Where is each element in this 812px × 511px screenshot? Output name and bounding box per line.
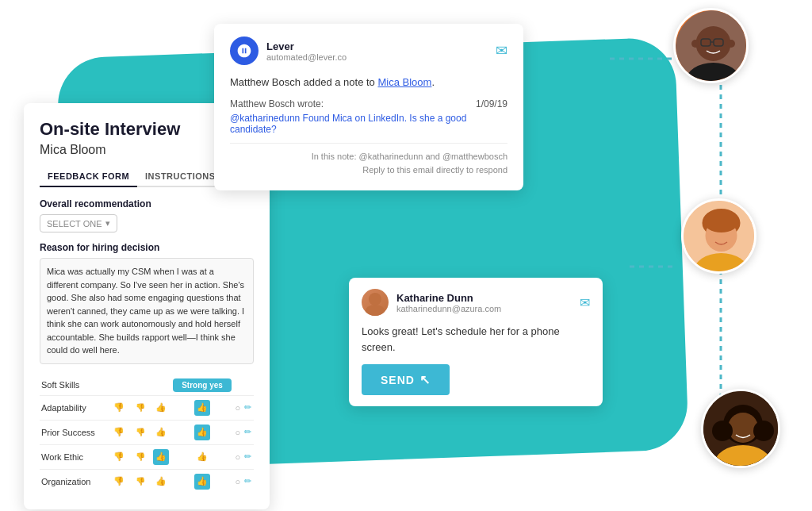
edit-icon[interactable]: ✏ [244, 402, 251, 412]
avatar-woman2 [701, 389, 780, 468]
email-body: Matthew Bosch added a note to Mica Bloom… [230, 75, 508, 90]
svg-point-21 [753, 421, 774, 441]
rating-icon-2[interactable]: 👎 [132, 474, 148, 490]
reply-header: Katharine Dunn katharinedunn@azura.com ✉ [362, 289, 590, 316]
note-line1: In this note: @katharinedunn and @matthe… [230, 150, 508, 164]
reply-sender-info: Katharine Dunn katharinedunn@azura.com [396, 292, 501, 313]
cursor-icon: ↖ [419, 372, 431, 387]
overall-select[interactable]: SELECT ONE ▾ [40, 214, 117, 232]
reply-sender-email: katharinedunn@azura.com [396, 304, 501, 313]
email-sender-addr: automated@lever.co [266, 52, 347, 62]
reply-mail-icon: ✉ [580, 295, 590, 310]
avatar-man [673, 8, 749, 83]
rating-icon-1[interactable]: 👎 [111, 449, 127, 465]
email-wrote-row: Matthew Bosch wrote: 1/09/19 [230, 98, 508, 110]
rating-icon-3[interactable]: 👍 [153, 425, 169, 440]
email-sender-name: Lever [266, 40, 347, 52]
email-mica-link[interactable]: Mica Bloom [377, 76, 431, 88]
email-note-row: In this note: @katharinedunn and @matthe… [230, 143, 508, 178]
svg-point-1 [366, 305, 385, 316]
reply-card: Katharine Dunn katharinedunn@azura.com ✉… [349, 278, 603, 406]
rating-icon-2[interactable]: 👎 [132, 400, 148, 416]
rating-icon-4[interactable]: 👍 [194, 425, 210, 440]
table-row: Organization 👎 👎 👍 👍 ○ ✏ [40, 469, 254, 494]
skill-name: Adaptability [40, 395, 109, 420]
email-body-text1: Matthew Bosch added a note to [230, 76, 377, 88]
rating-icon-3[interactable]: 👍 [153, 400, 169, 416]
skill-name: Prior Success [40, 420, 109, 444]
table-row: Work Ethic 👎 👎 👍 👍 ○ ✏ [40, 444, 254, 469]
note-line2: Reply to this email directly to respond [230, 163, 508, 178]
dotted-line-2 [709, 270, 733, 405]
strong-yes-badge: Strong yes [173, 378, 232, 392]
rating-icon-2[interactable]: 👎 [132, 425, 148, 440]
email-quoted: @katharinedunn Found Mica on LinkedIn. I… [230, 113, 508, 135]
edit-icon[interactable]: ✏ [244, 476, 251, 486]
rating-icon-5[interactable]: ○ [236, 428, 241, 437]
rating-icon-1[interactable]: 👎 [111, 400, 127, 416]
tab-instructions[interactable]: INSTRUCTIONS [137, 167, 224, 187]
email-card: Lever automated@lever.co ✉ Matthew Bosch… [214, 24, 523, 190]
reason-label: Reason for hiring decision [40, 242, 254, 253]
reason-text[interactable]: Mica was actually my CSM when I was at a… [40, 258, 254, 364]
table-row: Prior Success 👎 👎 👍 👍 ○ ✏ [40, 420, 254, 444]
svg-point-20 [712, 421, 733, 441]
rating-icon-5[interactable]: ○ [236, 477, 241, 486]
rating-icon-4[interactable]: 👍 [194, 400, 210, 416]
edit-icon[interactable]: ✏ [244, 427, 251, 436]
avatar-woman [681, 198, 756, 274]
dotted-line-h1 [610, 54, 673, 63]
svg-point-0 [369, 293, 381, 305]
lever-logo [230, 36, 259, 65]
svg-point-9 [727, 40, 735, 48]
rating-icon-5[interactable]: ○ [236, 403, 241, 413]
skills-header: Soft Skills Strong yes [40, 375, 254, 396]
rating-icon-1[interactable]: 👎 [111, 474, 127, 490]
skill-name: Work Ethic [40, 444, 109, 469]
send-button[interactable]: SEND ↖ [362, 364, 450, 395]
email-header: Lever automated@lever.co ✉ [230, 36, 508, 65]
skills-title: Soft Skills [40, 375, 109, 396]
dotted-line-1 [709, 75, 733, 218]
skills-table: Soft Skills Strong yes Adaptability 👎 👎 … [40, 375, 254, 494]
dotted-line-h2 [630, 262, 677, 271]
wrote-date: 1/09/19 [476, 98, 508, 110]
rating-icon-3[interactable]: 👍 [153, 449, 169, 465]
reply-avatar [362, 289, 389, 316]
overall-label: Overall recommendation [40, 198, 254, 209]
edit-icon[interactable]: ✏ [244, 451, 251, 461]
rating-icon-1[interactable]: 👎 [111, 425, 127, 440]
wrote-label: Matthew Bosch wrote: [230, 98, 324, 110]
svg-point-14 [704, 210, 739, 232]
mail-icon: ✉ [496, 42, 508, 60]
reply-message: Looks great! Let's schedule her for a ph… [362, 324, 590, 355]
rating-icon-4[interactable]: 👍 [194, 474, 210, 490]
table-row: Adaptability 👎 👎 👍 👍 ○ ✏ [40, 395, 254, 420]
svg-point-8 [691, 40, 699, 48]
svg-point-19 [728, 413, 758, 443]
skill-name: Organization [40, 469, 109, 494]
rating-icon-3[interactable]: 👍 [153, 474, 169, 490]
reply-sender-name: Katharine Dunn [396, 292, 501, 304]
rating-icon-5[interactable]: ○ [236, 452, 241, 462]
rating-icon-4[interactable]: 👍 [194, 449, 210, 465]
email-sender-info: Lever automated@lever.co [266, 40, 347, 62]
rating-icon-2[interactable]: 👎 [132, 449, 148, 465]
tab-feedback[interactable]: FEEDBACK FORM [40, 167, 137, 187]
